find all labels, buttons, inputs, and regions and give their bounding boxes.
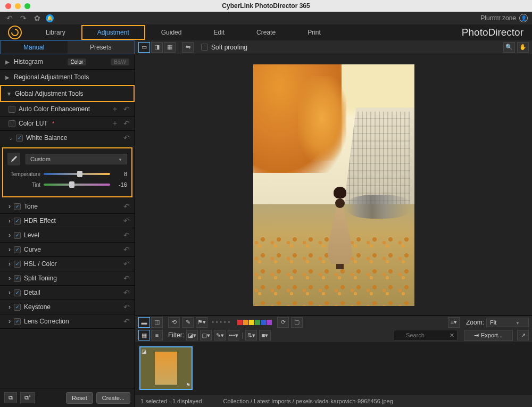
regional-tools-header[interactable]: ▶ Regional Adjustment Tools [0,70,135,85]
crop-button[interactable]: ✎ [182,317,194,328]
reset-icon[interactable]: ↶ [122,259,131,269]
tab-library[interactable]: Library [30,25,81,40]
checkbox-icon[interactable] [14,232,21,239]
checkbox-icon[interactable] [14,246,21,253]
checkbox-icon[interactable] [14,304,21,311]
checkbox-icon[interactable] [16,135,23,142]
undo-icon[interactable]: ↶ [4,13,15,23]
create-preset-button[interactable]: Create... [96,392,130,404]
color-label-swatches[interactable] [237,320,272,325]
rotate-left-button[interactable]: ⟲ [168,317,180,328]
color-swatch[interactable] [243,320,248,325]
histogram-color-mode[interactable]: Color [68,59,87,65]
histogram-header[interactable]: ▶ Histogram Color B&W [0,54,135,70]
zoom-tool-button[interactable]: 🔍 [503,42,515,53]
auto-color-enhancement-item[interactable]: Auto Color Enhancement ＋ ↶ [0,102,135,117]
hdr-effect-item[interactable]: ›HDR Effect↶ [0,214,135,228]
curve-item[interactable]: ›Curve↶ [0,243,135,257]
checkbox-icon[interactable] [14,289,21,296]
export-button[interactable]: ⇥Export... [464,330,513,341]
hsl-color-item[interactable]: ›HSL / Color↶ [0,257,135,271]
reset-icon[interactable]: ↶ [122,245,131,254]
checkbox-icon[interactable] [14,203,21,210]
single-view-button[interactable]: ▭ [138,42,150,53]
slideshow-button[interactable]: ▢ [291,317,303,328]
eyedropper-button[interactable] [7,153,20,165]
minimize-window-button[interactable] [15,3,21,9]
checkbox-icon[interactable] [14,318,21,325]
lens-correction-item[interactable]: ›Lens Correction↶ [0,314,135,329]
checkbox-icon[interactable] [14,261,21,268]
reset-icon[interactable]: ↶ [122,317,131,326]
split-toning-item[interactable]: ›Split Toning↶ [0,271,135,286]
layout-split-button[interactable]: ◫ [151,317,163,328]
reset-icon[interactable]: ↶ [122,133,131,143]
color-swatch[interactable] [237,320,243,325]
reset-icon[interactable]: ↶ [122,273,131,283]
filter-flag-button[interactable]: ◪▾ [186,330,198,340]
reset-icon[interactable]: ↶ [122,230,131,240]
temperature-slider[interactable] [44,173,110,175]
rating-dots[interactable]: • • • • • [212,319,230,326]
sort-button[interactable]: ≡▾ [448,317,460,328]
reset-icon[interactable]: ↶ [122,302,131,312]
compare-view-button[interactable]: ◨ [151,42,163,53]
copy-settings-button[interactable]: ⧉ [4,392,17,403]
plus-icon[interactable]: ＋ [110,104,120,114]
thumbnail-view-button[interactable]: ▦ [138,330,150,340]
paste-settings-button[interactable]: ⧉⁺ [20,392,35,403]
tab-create[interactable]: Create [240,25,292,40]
redo-icon[interactable]: ↷ [18,13,29,23]
color-swatch[interactable] [249,320,254,325]
global-tools-header[interactable]: ▼ Global Adjustment Tools [0,85,135,102]
checkbox-icon[interactable] [9,120,15,127]
white-balance-header[interactable]: ⌄ White Balance ↶ [0,131,135,145]
close-window-button[interactable] [5,3,11,9]
clear-search-icon[interactable]: ✕ [450,332,454,339]
checkbox-icon[interactable] [14,275,21,282]
filter-color-button[interactable]: ■▾ [259,330,271,340]
tab-guided[interactable]: Guided [145,25,198,40]
mirror-view-button[interactable]: ⇋ [182,42,194,53]
checkbox-icon[interactable] [14,218,21,225]
sidebar-tab-manual[interactable]: Manual [1,41,68,54]
photo-viewer[interactable] [135,54,532,315]
filter-rating-button[interactable]: •••▾ [228,330,239,340]
reset-icon[interactable]: ↶ [122,202,131,211]
color-swatch[interactable] [267,320,272,325]
flag-button[interactable]: ⚑▾ [196,317,207,328]
pan-tool-button[interactable]: ✋ [517,42,529,53]
user-name[interactable]: Plurrrrr zone [480,14,516,22]
gear-icon[interactable]: ✿ [32,13,43,23]
tone-item[interactable]: ›Tone↶ [0,200,135,214]
app-logo[interactable] [0,26,30,39]
filter-tag-button[interactable]: ✎▾ [214,330,226,340]
rotate-button[interactable]: ⟳ [277,317,289,328]
reset-icon[interactable]: ↶ [122,104,131,114]
user-avatar-icon[interactable]: 👤 [519,14,528,22]
checkbox-icon[interactable] [9,106,15,113]
tint-slider[interactable] [44,184,110,186]
reset-icon[interactable]: ↶ [122,119,131,128]
detail-item[interactable]: ›Detail↶ [0,286,135,300]
share-button[interactable]: ↗ [517,330,529,340]
zoom-dropdown[interactable]: Fit [486,318,529,327]
notification-icon[interactable]: 🔔 [46,14,54,22]
maximize-window-button[interactable] [24,3,30,9]
histogram-bw-mode[interactable]: B&W [111,59,129,65]
thumbnail-item[interactable]: ◪ ⚑ [139,346,193,390]
plus-icon[interactable]: ＋ [110,119,120,128]
reset-button[interactable]: Reset [66,392,93,404]
sidebar-tab-presets[interactable]: Presets [68,41,135,54]
level-item[interactable]: ›Level↶ [0,228,135,243]
soft-proofing-checkbox[interactable] [201,44,208,51]
keystone-item[interactable]: ›Keystone↶ [0,300,135,314]
tab-edit[interactable]: Edit [197,25,240,40]
filter-label-button[interactable]: ▢▾ [200,330,212,340]
filter-sort-button[interactable]: ⇅▾ [245,330,257,340]
color-swatch[interactable] [255,320,260,325]
tab-adjustment[interactable]: Adjustment [81,25,145,40]
color-swatch[interactable] [261,320,266,325]
layout-single-button[interactable]: ▬ [138,317,150,328]
reset-icon[interactable]: ↶ [122,288,131,297]
